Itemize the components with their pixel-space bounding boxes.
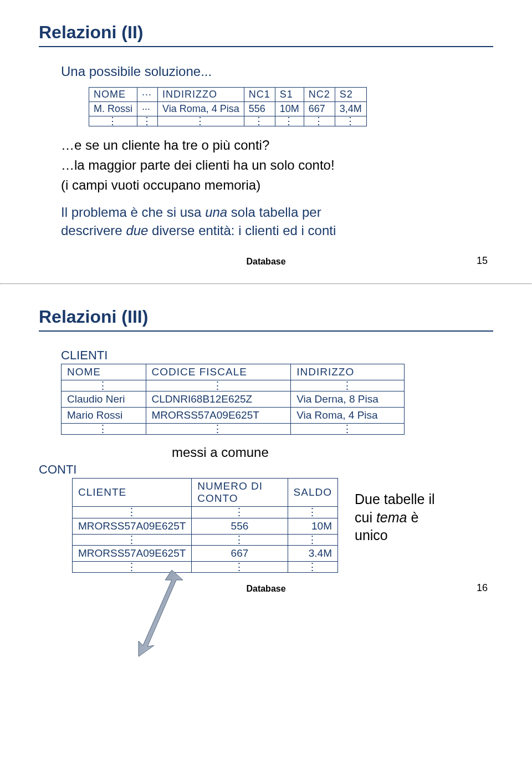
footer-label: Database: [39, 257, 493, 267]
subtitle-text: Una possibile soluzione...: [61, 64, 493, 79]
col-indirizzo: INDIRIZZO: [158, 88, 244, 102]
table-row-vdots: ⋮ ⋮ ⋮: [73, 507, 338, 518]
conti-row-wrap: CONTI CLIENTE NUMERO DI CONTO SALDO ⋮ ⋮ …: [39, 462, 493, 573]
cell-dots: ···: [137, 102, 158, 116]
col-indirizzo: INDIRIZZO: [291, 364, 405, 380]
col-cliente: CLIENTE: [73, 479, 192, 507]
col-saldo: SALDO: [288, 479, 337, 507]
cell-s2: 3,4M: [335, 102, 366, 116]
col-nome: NOME: [62, 364, 146, 380]
col-s2: S2: [335, 88, 366, 102]
col-numconto: NUMERO DI CONTO: [192, 479, 288, 507]
col-dots: ···: [137, 88, 158, 102]
cell-nc2: 667: [304, 102, 335, 116]
conti-table: CLIENTE NUMERO DI CONTO SALDO ⋮ ⋮ ⋮ MROR…: [72, 478, 338, 573]
question-2: …la maggior parte dei clienti ha un solo…: [61, 157, 493, 173]
col-nc2: NC2: [304, 88, 335, 102]
col-cf: CODICE FISCALE: [146, 364, 291, 380]
question-1: …e se un cliente ha tre o più conti?: [61, 138, 493, 153]
table-row: M. Rossi ··· Via Roma, 4 Pisa 556 10M 66…: [89, 102, 367, 116]
table-row-vdots: ⋮ ⋮ ⋮: [73, 534, 338, 545]
cell-nome: M. Rossi: [89, 102, 137, 116]
table-row: MRORSS57A09E625T 667 3.4M: [73, 545, 338, 561]
clienti-table: NOME CODICE FISCALE INDIRIZZO ⋮ ⋮ ⋮ Clau…: [61, 364, 405, 435]
slide-16: Relazioni (III) CLIENTI NOME CODICE FISC…: [0, 284, 532, 611]
col-nome: NOME: [89, 88, 137, 102]
slide-title: Relazioni (II): [39, 22, 493, 43]
conti-label: CONTI: [39, 462, 338, 477]
page-number: 15: [477, 255, 488, 267]
side-note: Due tabelle il cui tema è unico: [355, 490, 435, 545]
table-row: MRORSS57A09E625T 556 10M: [73, 518, 338, 534]
messi-a-comune-label: messi a comune: [172, 445, 493, 460]
table-row-vdots: ⋮ ⋮ ⋮: [73, 561, 338, 572]
col-nc1: NC1: [244, 88, 275, 102]
table-header-row: CLIENTE NUMERO DI CONTO SALDO: [73, 479, 338, 507]
slide-title: Relazioni (III): [39, 307, 493, 327]
cell-nc1: 556: [244, 102, 275, 116]
table-header-row: NOME CODICE FISCALE INDIRIZZO: [62, 364, 405, 380]
conti-block: CONTI CLIENTE NUMERO DI CONTO SALDO ⋮ ⋮ …: [39, 462, 338, 573]
clienti-label: CLIENTI: [61, 348, 493, 363]
cell-indirizzo: Via Roma, 4 Pisa: [158, 102, 244, 116]
col-s1: S1: [275, 88, 304, 102]
title-underline: [39, 330, 493, 332]
table-row-vdots: ⋮ ⋮ ⋮: [62, 380, 405, 391]
table-row: Mario Rossi MRORSS57A09E625T Via Roma, 4…: [62, 408, 405, 424]
question-3: (i campi vuoti occupano memoria): [61, 177, 493, 193]
cell-s1: 10M: [275, 102, 304, 116]
footer-label: Database: [39, 584, 493, 594]
table-row-vdots: ⋮ ⋮ ⋮: [62, 424, 405, 435]
table-header-row: NOME ··· INDIRIZZO NC1 S1 NC2 S2: [89, 88, 367, 102]
table-row-vdots: ⋮ ⋮ ⋮ ⋮ ⋮ ⋮ ⋮: [89, 116, 367, 126]
explanation: Il problema è che si usa una sola tabell…: [61, 203, 493, 240]
flat-table: NOME ··· INDIRIZZO NC1 S1 NC2 S2 M. Ross…: [89, 87, 367, 126]
slide-15: Relazioni (II) Una possibile soluzione..…: [0, 0, 532, 283]
table-row: Claudio Neri CLDNRI68B12E625Z Via Derna,…: [62, 391, 405, 408]
title-underline: [39, 46, 493, 47]
page-number: 16: [477, 582, 488, 594]
